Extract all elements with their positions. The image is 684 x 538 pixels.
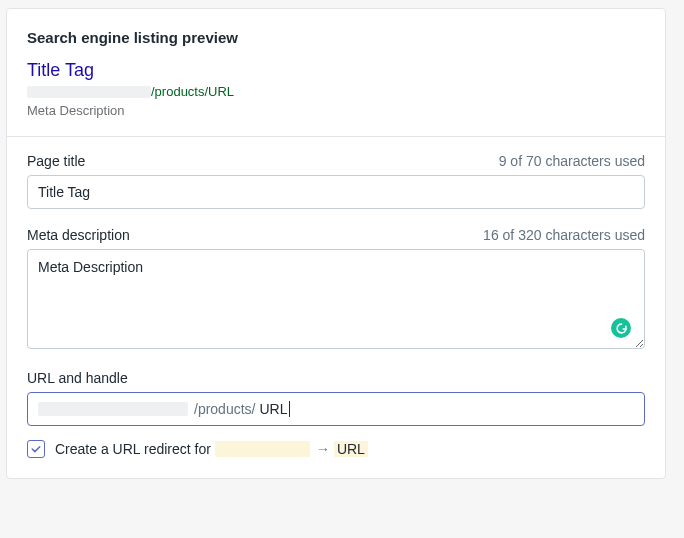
- meta-description-label: Meta description: [27, 227, 130, 243]
- check-icon: [30, 443, 42, 455]
- url-handle-input-wrap[interactable]: /products/ URL: [27, 392, 645, 426]
- url-handle-value: URL: [259, 401, 287, 417]
- preview-heading: Search engine listing preview: [27, 29, 645, 46]
- url-handle-label-row: URL and handle: [27, 370, 645, 386]
- serp-url-path: /products/URL: [151, 84, 234, 99]
- url-domain-placeholder: [38, 402, 188, 416]
- serp-meta: Meta Description: [27, 103, 645, 118]
- meta-description-textarea-wrap: [27, 249, 645, 352]
- page-title-counter: 9 of 70 characters used: [499, 153, 645, 169]
- serp-title: Title Tag: [27, 60, 645, 81]
- meta-description-textarea[interactable]: [27, 249, 645, 349]
- url-redirect-label: Create a URL redirect for → URL: [55, 441, 368, 457]
- arrow-right-icon: →: [316, 441, 330, 457]
- redirect-label-prefix: Create a URL redirect for: [55, 441, 211, 457]
- redirect-new-url: URL: [334, 441, 368, 457]
- seo-card: Search engine listing preview Title Tag …: [6, 8, 666, 479]
- page-title-field: Page title 9 of 70 characters used: [27, 153, 645, 209]
- page-title-input[interactable]: [27, 175, 645, 209]
- page-title-label: Page title: [27, 153, 85, 169]
- page-title-label-row: Page title 9 of 70 characters used: [27, 153, 645, 169]
- serp-url-domain-placeholder: [27, 86, 151, 98]
- form-section: Page title 9 of 70 characters used Meta …: [7, 137, 665, 478]
- redirect-old-url-placeholder: [215, 441, 310, 457]
- preview-section: Search engine listing preview Title Tag …: [7, 9, 665, 137]
- url-handle-label: URL and handle: [27, 370, 128, 386]
- meta-description-counter: 16 of 320 characters used: [483, 227, 645, 243]
- grammarly-icon[interactable]: [611, 318, 631, 338]
- serp-url: /products/URL: [27, 83, 645, 99]
- url-path-prefix: /products/: [194, 393, 259, 425]
- url-handle-field: URL and handle /products/ URL Create a U…: [27, 370, 645, 458]
- meta-description-label-row: Meta description 16 of 320 characters us…: [27, 227, 645, 243]
- meta-description-field: Meta description 16 of 320 characters us…: [27, 227, 645, 352]
- url-redirect-checkbox[interactable]: [27, 440, 45, 458]
- url-redirect-row: Create a URL redirect for → URL: [27, 440, 645, 458]
- url-domain-prefix: [28, 394, 194, 424]
